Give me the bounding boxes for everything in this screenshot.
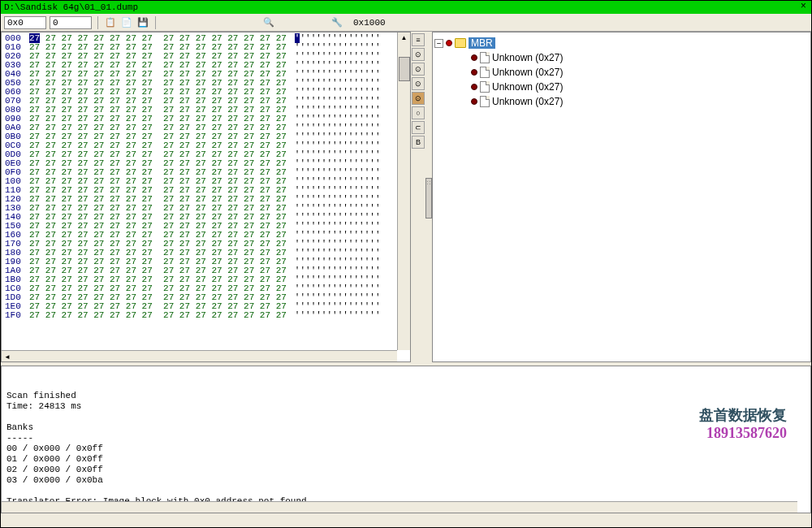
- drag-handle[interactable]: · · · ·: [425, 178, 432, 219]
- watermark: 盘首数据恢复 18913587620: [699, 405, 787, 442]
- hex-vertical-scrollbar[interactable]: ▲: [397, 32, 410, 350]
- vtool-button-3[interactable]: ⊙: [412, 77, 425, 90]
- collapse-icon[interactable]: −: [434, 39, 443, 48]
- hex-offset: 1F0: [5, 311, 28, 320]
- scroll-up-icon[interactable]: ▲: [398, 32, 410, 44]
- main-area: 00027 27 27 27 27 27 27 27 27 27 27 27 2…: [1, 32, 811, 362]
- status-dot-icon: [471, 98, 477, 105]
- vertical-toolbar: ≡⊙⊙⊙⊙○⊂B: [411, 32, 425, 362]
- address-label: 0x1000: [347, 18, 386, 28]
- file-icon: [480, 52, 490, 63]
- vtool-button-6[interactable]: ⊂: [412, 121, 425, 134]
- close-icon[interactable]: ×: [801, 1, 806, 12]
- folder-icon: [455, 38, 466, 48]
- hex-bytes[interactable]: 27 27 27 27 27 27 27 27 27 27 27 27 27 2…: [29, 311, 287, 320]
- status-dot-icon: [446, 40, 452, 46]
- vtool-button-7[interactable]: B: [412, 136, 425, 149]
- scroll-left-icon[interactable]: ◄: [2, 353, 13, 361]
- hex-editor-panel[interactable]: 00027 27 27 27 27 27 27 27 27 27 27 27 2…: [1, 32, 411, 362]
- tree-root-label[interactable]: MBR: [469, 37, 495, 49]
- log-panel[interactable]: Scan finished Time: 24813 ms Banks -----…: [1, 366, 811, 513]
- watermark-phone: 18913587620: [699, 425, 787, 442]
- file-icon: [480, 96, 490, 107]
- offset-input[interactable]: [4, 16, 46, 29]
- vtool-button-5[interactable]: ○: [412, 106, 425, 119]
- tree-child-row[interactable]: Unknown (0x27): [434, 50, 809, 65]
- vtool-button-0[interactable]: ≡: [412, 33, 425, 46]
- find-icon[interactable]: 🔍: [262, 16, 275, 29]
- tree-child-label[interactable]: Unknown (0x27): [492, 81, 563, 93]
- splitter-vertical[interactable]: · · · ·: [425, 32, 432, 362]
- window-title: D:\Sandisk 64g\01_01.dump: [2, 2, 810, 12]
- file-icon: [480, 81, 490, 93]
- hex-row[interactable]: 1F027 27 27 27 27 27 27 27 27 27 27 27 2…: [5, 311, 407, 320]
- vtool-button-4[interactable]: ⊙: [412, 92, 425, 105]
- vtool-button-2[interactable]: ⊙: [412, 63, 425, 76]
- tree-root-row[interactable]: − MBR: [434, 36, 809, 50]
- structure-tree-panel[interactable]: − MBR Unknown (0x27)Unknown (0x27)Unknow…: [432, 32, 811, 362]
- watermark-text: 盘首数据恢复: [699, 405, 787, 425]
- tree-child-row[interactable]: Unknown (0x27): [434, 80, 809, 94]
- title-bar: D:\Sandisk 64g\01_01.dump ×: [1, 1, 811, 14]
- scroll-thumb[interactable]: [399, 57, 410, 81]
- tree-child-label[interactable]: Unknown (0x27): [492, 67, 563, 78]
- status-dot-icon: [471, 69, 477, 76]
- status-dot-icon: [471, 54, 477, 61]
- hex-horizontal-scrollbar[interactable]: ◄: [2, 350, 397, 361]
- tree-child-label[interactable]: Unknown (0x27): [492, 52, 563, 63]
- tree-child-label[interactable]: Unknown (0x27): [492, 96, 563, 107]
- file-icon: [480, 67, 490, 78]
- copy-icon[interactable]: 📋: [104, 16, 117, 29]
- hex-ascii[interactable]: '''''''''''''''': [295, 311, 381, 320]
- tree-child-row[interactable]: Unknown (0x27): [434, 65, 809, 80]
- vtool-button-1[interactable]: ⊙: [412, 48, 425, 61]
- size-input[interactable]: [50, 16, 92, 29]
- save-icon[interactable]: 💾: [136, 16, 149, 29]
- tree-child-row[interactable]: Unknown (0x27): [434, 94, 809, 109]
- paste-icon[interactable]: 📄: [120, 16, 133, 29]
- log-horizontal-scrollbar[interactable]: [2, 501, 797, 513]
- wrench-icon[interactable]: 🔧: [330, 16, 343, 29]
- toolbar: 📋 📄 💾 🔍 🔧 0x1000: [1, 14, 811, 32]
- status-dot-icon: [471, 84, 477, 90]
